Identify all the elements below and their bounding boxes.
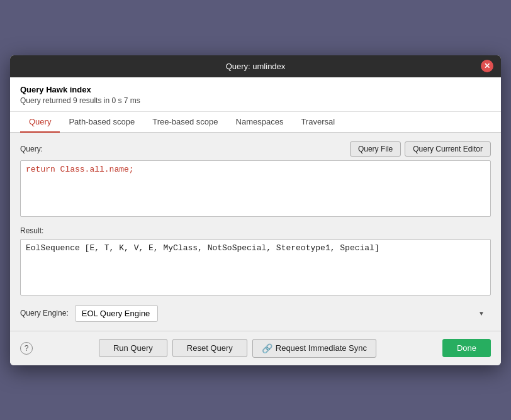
result-label: Result: — [20, 226, 491, 235]
query-dialog: Query: umlindex ✕ Query Hawk index Query… — [10, 55, 501, 365]
run-query-button[interactable]: Run Query — [99, 339, 167, 357]
help-button[interactable]: ? — [20, 342, 33, 355]
sync-icon: 🔗 — [262, 343, 272, 353]
engine-select-wrapper: EOL Query Engine OCL Query Engine EVL Qu… — [75, 305, 491, 322]
header-subtitle: Query returned 9 results in 0 s 7 ms — [20, 96, 491, 105]
content-area: Query: Query File Query Current Editor r… — [10, 133, 501, 331]
tab-query[interactable]: Query — [20, 112, 60, 133]
query-current-editor-button[interactable]: Query Current Editor — [405, 141, 491, 157]
query-btn-group: Query File Query Current Editor — [350, 141, 491, 157]
query-input[interactable]: return Class.all.name; — [20, 160, 491, 217]
query-header-row: Query: Query File Query Current Editor — [20, 141, 491, 157]
reset-query-button[interactable]: Reset Query — [172, 339, 247, 357]
tabs-bar: Query Path-based scope Tree-based scope … — [10, 112, 501, 133]
done-button[interactable]: Done — [442, 339, 491, 357]
engine-select[interactable]: EOL Query Engine OCL Query Engine EVL Qu… — [75, 305, 158, 322]
tab-namespaces[interactable]: Namespaces — [227, 112, 293, 133]
footer-buttons-center: Run Query Reset Query 🔗 Request Immediat… — [99, 339, 376, 358]
footer-buttons-right: Done — [442, 339, 491, 357]
request-sync-button[interactable]: 🔗 Request Immediate Sync — [252, 339, 376, 358]
dialog-title: Query: umlindex — [226, 62, 286, 71]
title-bar: Query: umlindex ✕ — [10, 55, 501, 77]
query-label: Query: — [20, 145, 43, 153]
engine-label: Query Engine: — [20, 309, 69, 318]
engine-row: Query Engine: EOL Query Engine OCL Query… — [20, 305, 491, 322]
close-button[interactable]: ✕ — [481, 60, 493, 72]
result-output[interactable]: EolSequence [E, T, K, V, E, MyClass, Not… — [20, 239, 491, 296]
tab-traversal[interactable]: Traversal — [292, 112, 344, 133]
tab-path-based-scope[interactable]: Path-based scope — [60, 112, 143, 133]
footer-buttons-left: ? — [20, 342, 33, 355]
tab-tree-based-scope[interactable]: Tree-based scope — [143, 112, 227, 133]
header-section: Query Hawk index Query returned 9 result… — [10, 77, 501, 112]
header-title: Query Hawk index — [20, 85, 491, 94]
footer-section: ? Run Query Reset Query 🔗 Request Immedi… — [10, 331, 501, 365]
request-sync-label: Request Immediate Sync — [276, 343, 367, 353]
query-file-button[interactable]: Query File — [350, 141, 401, 157]
